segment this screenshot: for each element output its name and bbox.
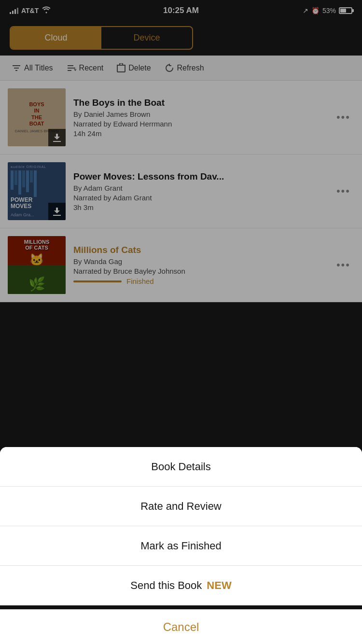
new-badge: NEW	[207, 579, 231, 592]
cancel-button[interactable]: Cancel	[0, 609, 362, 644]
cancel-label: Cancel	[163, 620, 199, 634]
rate-review-option[interactable]: Rate and Review	[0, 487, 362, 526]
send-book-option[interactable]: Send this Book NEW	[0, 566, 362, 605]
mark-finished-option[interactable]: Mark as Finished	[0, 526, 362, 566]
book-details-option[interactable]: Book Details	[0, 447, 362, 487]
mark-finished-label: Mark as Finished	[140, 540, 222, 552]
rate-review-label: Rate and Review	[140, 500, 222, 513]
bottom-sheet: Book Details Rate and Review Mark as Fin…	[0, 447, 362, 644]
sheet-menu: Book Details Rate and Review Mark as Fin…	[0, 447, 362, 605]
send-book-label: Send this Book	[130, 579, 202, 592]
book-details-label: Book Details	[151, 461, 211, 473]
